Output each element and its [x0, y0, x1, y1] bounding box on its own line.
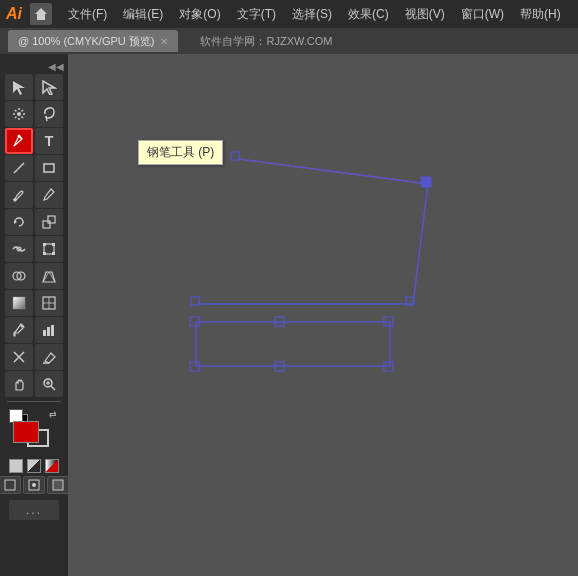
- fill-mode-none-icon[interactable]: [27, 459, 41, 473]
- svg-point-36: [21, 325, 24, 328]
- anchor-point-1: [231, 152, 239, 160]
- rectangle-tool-button[interactable]: [35, 155, 63, 181]
- tab-label-active: @ 100% (CMYK/GPU 预览): [18, 34, 154, 49]
- svg-line-15: [14, 163, 24, 173]
- mesh-button[interactable]: [35, 290, 63, 316]
- svg-point-11: [17, 112, 21, 116]
- slice-button[interactable]: [5, 344, 33, 370]
- tab-active[interactable]: @ 100% (CMYK/GPU 预览) ✕: [8, 30, 178, 52]
- svg-marker-2: [43, 81, 55, 95]
- svg-rect-24: [52, 243, 55, 246]
- tool-row-wand: [0, 101, 68, 127]
- tool-row-builder: [0, 263, 68, 289]
- tab-site-label: 软件自学网：RJZXW.COM: [200, 34, 332, 49]
- drawing-mode-row: [0, 476, 69, 494]
- main-layout: ◀◀: [0, 54, 578, 576]
- trapezoid-path: [198, 159, 428, 304]
- direct-selection-tool-button[interactable]: [35, 74, 63, 100]
- lasso-tool-button[interactable]: [35, 101, 63, 127]
- canvas-area[interactable]: 钢笔工具 (P): [68, 54, 578, 576]
- toolbar-collapse-button[interactable]: ◀◀: [0, 58, 68, 74]
- svg-rect-47: [5, 480, 15, 490]
- zoom-button[interactable]: [35, 371, 63, 397]
- hand-button[interactable]: [5, 371, 33, 397]
- line-tool-button[interactable]: [5, 155, 33, 181]
- home-button[interactable]: [30, 3, 52, 25]
- app-logo: Ai: [6, 5, 22, 23]
- more-tools-button[interactable]: ...: [9, 500, 59, 520]
- menu-window[interactable]: 窗口(W): [453, 2, 512, 27]
- svg-rect-23: [43, 243, 46, 246]
- fullscreen-mode-button[interactable]: [47, 476, 69, 494]
- svg-line-7: [15, 110, 17, 112]
- magic-wand-button[interactable]: [5, 101, 33, 127]
- warp-button[interactable]: [5, 236, 33, 262]
- free-transform-button[interactable]: [35, 236, 63, 262]
- draw-behind-button[interactable]: [23, 476, 45, 494]
- toolbar-divider: [7, 401, 61, 402]
- fill-swatch[interactable]: [13, 421, 39, 443]
- svg-rect-39: [51, 325, 54, 336]
- tooltip-text: 钢笔工具 (P): [147, 145, 214, 159]
- swap-arrows-icon[interactable]: ⇄: [49, 409, 57, 419]
- gradient-button[interactable]: [5, 290, 33, 316]
- fill-mode-gradient-icon[interactable]: [45, 459, 59, 473]
- menu-bar: Ai 文件(F) 编辑(E) 对象(O) 文字(T) 选择(S) 效果(C) 视…: [0, 0, 578, 28]
- tool-row-transform: [0, 209, 68, 235]
- anchor-point-4: [191, 297, 199, 305]
- tool-row-brush: [0, 182, 68, 208]
- chart-button[interactable]: [35, 317, 63, 343]
- tool-row-pen: T: [0, 128, 68, 154]
- perspective-button[interactable]: [35, 263, 63, 289]
- svg-rect-50: [53, 480, 63, 490]
- tool-row-eyedropper: [0, 317, 68, 343]
- tool-row-gradient: [0, 290, 68, 316]
- pen-tool-tooltip: 钢笔工具 (P): [138, 140, 223, 165]
- menu-view[interactable]: 视图(V): [397, 2, 453, 27]
- tool-row-warp: [0, 236, 68, 262]
- selection-tool-button[interactable]: [5, 74, 33, 100]
- normal-mode-button[interactable]: [0, 476, 21, 494]
- menu-help[interactable]: 帮助(H): [512, 2, 569, 27]
- rotate-button[interactable]: [5, 209, 33, 235]
- tool-row-slice: [0, 344, 68, 370]
- pencil-button[interactable]: [35, 182, 63, 208]
- menu-object[interactable]: 对象(O): [171, 2, 228, 27]
- svg-line-10: [15, 117, 17, 119]
- more-tools-icon: ...: [26, 503, 42, 517]
- svg-rect-26: [52, 252, 55, 255]
- menu-items: 文件(F) 编辑(E) 对象(O) 文字(T) 选择(S) 效果(C) 视图(V…: [60, 2, 569, 27]
- menu-effect[interactable]: 效果(C): [340, 2, 397, 27]
- canvas-svg: [68, 54, 578, 576]
- svg-rect-37: [43, 330, 46, 336]
- svg-marker-1: [13, 81, 25, 95]
- tab-bar: @ 100% (CMYK/GPU 预览) ✕ 软件自学网：RJZXW.COM: [0, 28, 578, 54]
- tab-close-active[interactable]: ✕: [160, 36, 168, 47]
- menu-edit[interactable]: 编辑(E): [115, 2, 171, 27]
- type-icon: T: [45, 133, 54, 149]
- scale-button[interactable]: [35, 209, 63, 235]
- eyedropper-button[interactable]: [5, 317, 33, 343]
- menu-text[interactable]: 文字(T): [229, 2, 284, 27]
- color-swatch-area: ⇄: [5, 409, 63, 453]
- svg-line-9: [22, 110, 24, 112]
- svg-line-44: [51, 386, 55, 390]
- tool-row-selection: [0, 74, 68, 100]
- menu-file[interactable]: 文件(F): [60, 2, 115, 27]
- eraser-button[interactable]: [35, 344, 63, 370]
- anchor-point-2: [421, 177, 431, 187]
- svg-line-12: [46, 116, 47, 121]
- paintbrush-button[interactable]: [5, 182, 33, 208]
- svg-point-14: [18, 135, 21, 138]
- svg-rect-38: [47, 327, 50, 336]
- fill-mode-solid-icon[interactable]: [9, 459, 23, 473]
- svg-marker-29: [43, 272, 55, 282]
- type-tool-button[interactable]: T: [35, 128, 63, 154]
- svg-rect-25: [43, 252, 46, 255]
- svg-point-49: [32, 483, 36, 487]
- shape-builder-button[interactable]: [5, 263, 33, 289]
- color-mode-row: [9, 459, 59, 473]
- pen-tool-button[interactable]: [5, 128, 33, 154]
- menu-select[interactable]: 选择(S): [284, 2, 340, 27]
- left-toolbar: ◀◀: [0, 54, 68, 576]
